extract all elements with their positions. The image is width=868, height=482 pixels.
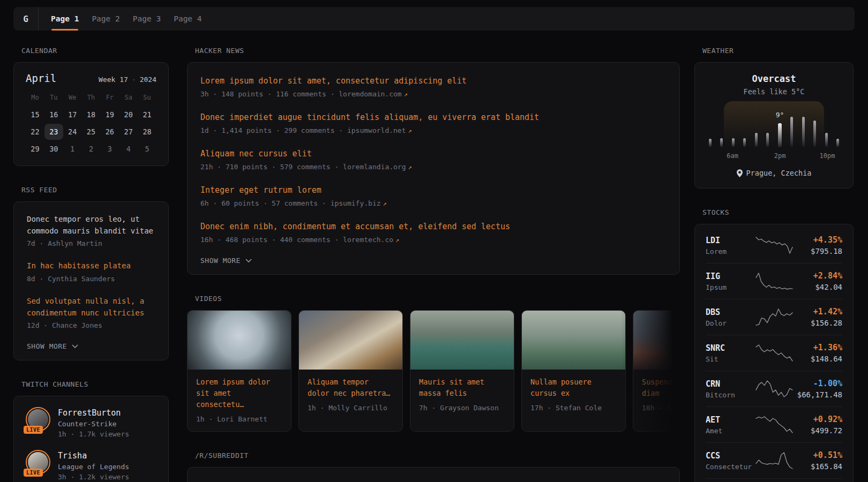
stocks-widget: STOCKS LDI Lorem +4.35% $795.18 — [694, 208, 854, 482]
twitch-channel-row[interactable]: LIVE Trisha League of Legends 3h · 1.2k … — [26, 450, 156, 481]
calendar-month: April — [26, 72, 56, 84]
twitch-channel-game: League of Legends — [58, 463, 129, 471]
stock-row: CCS Consectetur +0.51% $165.84 — [706, 442, 842, 478]
stock-change: +2.84% — [794, 271, 842, 281]
video-title[interactable]: Lorem ipsum dolor sit amet consectetu… — [196, 376, 282, 410]
live-badge: LIVE — [24, 426, 43, 434]
video-thumbnail[interactable] — [522, 311, 625, 370]
hackernews-post-meta: 21h · 710 points · 579 comments · loreml… — [200, 163, 667, 171]
twitch-channel-row[interactable]: LIVE ForrestBurton Counter-Strike 1h · 1… — [26, 407, 156, 438]
video-meta: 1h · Lori Barnett — [196, 415, 282, 423]
stock-row: DBS Dolor +1.42% $156.28 — [706, 299, 842, 335]
video-card[interactable]: Aliquam tempor dolor nec pharetra… 1h · … — [298, 310, 403, 432]
stock-symbol-link[interactable]: AET — [706, 415, 755, 425]
post-domain-link[interactable]: ipsumify.biz — [331, 199, 381, 207]
section-title-subreddit: /R/SUBREDDIT — [195, 451, 680, 460]
video-card[interactable]: Mauris sit amet massa felis 7h · Grayson… — [410, 310, 514, 432]
hackernews-post-meta: 16h · 468 points · 440 comments · loremt… — [200, 236, 667, 244]
video-card[interactable]: Lorem ipsum dolor sit amet consectetu… 1… — [187, 310, 291, 432]
video-title[interactable]: Aliquam tempor dolor nec pharetra… — [308, 376, 394, 399]
calendar-day-header: Sa — [119, 93, 138, 102]
calendar-day-header: Th — [82, 93, 101, 102]
rss-item-title[interactable]: In hac habitasse platea — [27, 260, 155, 272]
nav-tab[interactable]: Page 2 — [92, 7, 119, 31]
subreddit-card: Maecenas mollis pulvinar erat non posuer… — [187, 467, 680, 482]
video-thumbnail[interactable] — [633, 311, 680, 370]
stock-symbol-link[interactable]: LDI — [706, 236, 755, 245]
hackernews-post-meta: 1d · 1,414 points · 299 comments · ipsum… — [200, 126, 667, 134]
calendar-day: 30 — [44, 141, 63, 157]
external-link-icon: ↗ — [408, 163, 412, 171]
calendar-day: 19 — [100, 107, 119, 123]
external-link-icon: ↗ — [395, 236, 399, 244]
hackernews-post-title[interactable]: Lorem ipsum dolor sit amet, consectetur … — [200, 74, 667, 87]
hackernews-post-title[interactable]: Donec imperdiet augue tincidunt felis al… — [200, 111, 667, 124]
stock-values: +4.35% $795.18 — [794, 235, 842, 255]
rss-item: In hac habitasse platea 8d · Cynthia Sau… — [27, 260, 155, 283]
stock-identity: CRN Bitcorn — [706, 379, 755, 399]
calendar-dates: 15 16 17 18 19 20 21 22 — [26, 107, 156, 157]
hackernews-post-title[interactable]: Donec enim nibh, condimentum et accumsan… — [200, 220, 667, 233]
stock-symbol-link[interactable]: SNRC — [706, 343, 755, 353]
nav-tab[interactable]: Page 4 — [174, 7, 201, 31]
hackernews-post-title[interactable]: Aliquam nec cursus elit — [200, 147, 667, 160]
post-stats: 6h · 60 points · 57 comments · — [200, 199, 331, 207]
video-title[interactable]: Suspendisse euismod diam — [642, 376, 680, 399]
avatar: LIVE — [26, 407, 50, 432]
video-thumbnail[interactable] — [410, 311, 514, 370]
app-logo[interactable]: G — [13, 7, 39, 31]
stock-row: SNRC Sit +1.36% $148.64 — [706, 335, 842, 371]
stock-name: Lorem — [706, 247, 755, 255]
video-thumbnail[interactable] — [299, 311, 402, 370]
weather-bar — [755, 133, 758, 147]
hackernews-post-title[interactable]: Integer eget rutrum lorem — [200, 184, 667, 197]
section-title-hackernews: HACKER NEWS — [195, 47, 680, 55]
nav-tabs: Page 1 Page 2 Page 3 Page 4 — [39, 7, 215, 31]
rss-item-title[interactable]: Donec tempor eros leo, ut commodo mauris… — [27, 214, 155, 237]
calendar-year: 2024 — [140, 76, 156, 84]
nav-tab[interactable]: Page 3 — [133, 7, 161, 31]
post-domain-link[interactable]: ipsumworld.net — [347, 126, 406, 134]
stock-symbol-link[interactable]: DBS — [706, 307, 755, 317]
stock-identity: DBS Dolor — [706, 307, 755, 327]
weather-hours: 6am2pm10pm — [709, 152, 839, 161]
stock-symbol-link[interactable]: CRN — [706, 379, 755, 389]
video-card[interactable]: Nullam posuere cursus ex 17h · Stefan Co… — [521, 310, 626, 432]
weather-condition: Overcast — [709, 73, 839, 84]
calendar-week-label: Week 17·2024 — [99, 76, 156, 84]
twitch-channel-meta: 1h · 1.7k viewers — [58, 430, 129, 438]
subreddit-post-title[interactable]: Maecenas mollis pulvinar erat non posuer… — [200, 479, 667, 482]
rss-widget: RSS FEED Donec tempor eros leo, ut commo… — [13, 186, 169, 360]
section-title-weather: WEATHER — [702, 47, 854, 55]
post-domain-link[interactable]: loremlandia.org — [343, 163, 406, 171]
video-title[interactable]: Nullam posuere cursus ex — [530, 376, 617, 399]
stock-symbol-link[interactable]: IIG — [706, 272, 755, 281]
rss-item-title[interactable]: Sed volutpat nulla nisl, a condimentum n… — [27, 296, 155, 319]
section-title-twitch: TWITCH CHANNELS — [21, 380, 169, 388]
video-card[interactable]: Suspendisse euismod diam 18h · Tara — [633, 310, 680, 432]
stock-change: -1.00% — [794, 379, 842, 388]
hackernews-post: Lorem ipsum dolor sit amet, consectetur … — [200, 74, 667, 98]
stock-values: +1.42% $156.28 — [794, 307, 842, 327]
post-domain-link[interactable]: loremdomain.com — [339, 90, 401, 98]
stock-row: AET Amet +0.92% $499.72 — [706, 406, 842, 442]
calendar-widget: CALENDAR April Week 17·2024 Mo Tu We — [13, 47, 169, 166]
video-thumbnail[interactable] — [188, 311, 291, 370]
weather-card: Overcast Feels like 5°C 9° 6am2pm10pm Pr… — [694, 62, 854, 189]
hackernews-post-meta: 6h · 60 points · 57 comments · ipsumify.… — [200, 199, 667, 207]
calendar-day-header: We — [63, 93, 82, 102]
chevron-down-icon — [72, 344, 78, 348]
left-column: CALENDAR April Week 17·2024 Mo Tu We — [13, 47, 169, 482]
post-domain-link[interactable]: loremtech.co — [343, 236, 393, 244]
post-stats: 3h · 148 points · 116 comments · — [200, 90, 339, 98]
calendar-day: 2 — [82, 141, 101, 157]
weather-bar — [813, 120, 816, 147]
stock-name: Bitcorn — [706, 391, 755, 399]
rss-show-more-button[interactable]: SHOW MORE — [27, 342, 155, 350]
video-title[interactable]: Mauris sit amet massa felis — [419, 376, 505, 399]
nav-tab[interactable]: Page 1 — [51, 7, 79, 31]
hackernews-show-more-button[interactable]: SHOW MORE — [200, 257, 667, 265]
video-card-body: Aliquam tempor dolor nec pharetra… 1h · … — [299, 370, 402, 420]
stock-symbol-link[interactable]: CCS — [706, 451, 755, 461]
calendar-day: 26 — [100, 124, 119, 140]
